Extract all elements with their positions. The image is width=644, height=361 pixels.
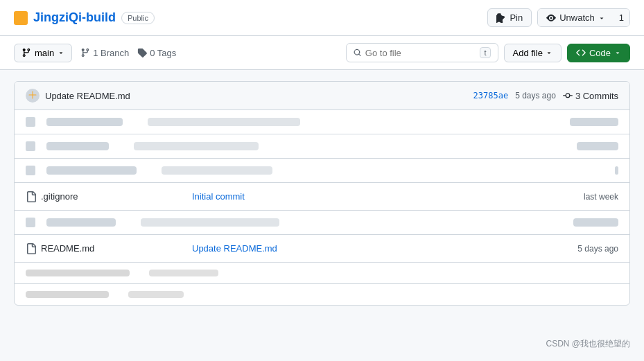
pin-button[interactable]: Pin [487,8,532,27]
file-commit-msg-gitignore[interactable]: Initial commit [192,191,245,202]
blur-msg-4 [141,218,279,227]
file-name-readme[interactable]: README.md [41,243,94,254]
file-name-gitignore[interactable]: .gitignore [41,191,78,202]
blur-filename-4 [46,218,116,227]
blurred-row-1 [15,110,629,134]
unwatch-label: Unwatch [559,12,595,23]
commit-message: Update README.md [45,91,130,101]
branch-name: main [35,48,54,58]
file-icon-blur-4 [26,218,35,227]
blur-msg-3 [162,166,272,175]
toolbar-right: t Add file Code [346,43,630,62]
page-wrapper: JingziQi-build Public Pin Unwatch 1 [0,0,644,361]
file-commit-msg-readme[interactable]: Update README.md [192,243,277,254]
commits-count: 3 Commits [575,91,618,101]
file-time-gitignore: last week [549,192,618,202]
toolbar-left: main 1 Branch 0 Tags [14,44,176,62]
blur-filename-2 [46,142,109,150]
blurred-row-2 [15,134,629,159]
file-icon-readme [26,243,37,254]
blur-block-6a [26,291,109,298]
blurred-row-4 [15,211,629,235]
file-time-readme: 5 days ago [549,244,618,254]
unwatch-group: Unwatch 1 [537,8,630,27]
blurred-row-5 [15,263,629,284]
add-file-label: Add file [513,48,543,58]
repo-header-left: JingziQi-build Public [14,10,155,25]
blur-time-4 [573,218,618,227]
repo-toolbar: main 1 Branch 0 Tags [0,36,644,70]
blurred-row-3 [15,159,629,183]
repo-name[interactable]: JingziQi-build [33,10,116,25]
folder-icon-3 [26,166,35,175]
file-name-col-gitignore: .gitignore [26,191,192,202]
commit-time: 5 days ago [515,91,556,100]
blur-block-5a [26,270,130,276]
file-row-readme: README.md Update README.md 5 days ago [15,235,629,263]
branch-selector[interactable]: main [14,44,72,62]
commit-bar-right: 23785ae 5 days ago 3 Commits [473,91,618,101]
blur-filename-1 [46,118,123,126]
file-msg-col-gitignore: Initial commit [192,191,549,202]
unwatch-button[interactable]: Unwatch [538,9,613,26]
commit-bar: Update README.md 23785ae 5 days ago 3 Co… [15,82,629,110]
repo-icon [14,11,28,25]
blur-filename-3 [46,166,137,175]
repo-content: Update README.md 23785ae 5 days ago 3 Co… [14,81,630,306]
blurred-row-6 [15,284,629,305]
tag-count-link[interactable]: 0 Tags [137,48,176,58]
search-input[interactable] [365,48,476,58]
branch-count-label: 1 Branch [93,48,129,58]
commits-link[interactable]: 3 Commits [563,91,618,101]
file-msg-col-readme: Update README.md [192,243,549,254]
file-icon-gitignore [26,191,37,202]
blur-block-6b [128,291,184,298]
blur-block-5b [149,270,218,276]
unwatch-count[interactable]: 1 [613,9,629,26]
repo-visibility-badge: Public [121,12,155,24]
blur-msg-2 [134,142,259,150]
code-button[interactable]: Code [567,44,630,62]
search-kbd: t [480,47,490,58]
committer-avatar [26,89,40,103]
repo-header: JingziQi-build Public Pin Unwatch 1 [0,0,644,36]
watermark: CSDN @我也很绝望的 [546,338,630,350]
code-label: Code [589,48,611,58]
search-box[interactable]: t [346,43,498,62]
file-name-col-readme: README.md [26,243,192,254]
pin-label: Pin [510,12,523,23]
blur-time-2 [577,142,618,150]
blur-time-1 [570,118,618,126]
folder-icon-1 [26,117,35,127]
blur-msg-1 [148,118,300,126]
commit-sha[interactable]: 23785ae [473,91,509,100]
blur-time-3 [615,166,618,175]
commit-bar-left: Update README.md [26,89,130,103]
branch-count-link[interactable]: 1 Branch [80,48,129,58]
repo-header-right: Pin Unwatch 1 [487,8,630,27]
tag-count-label: 0 Tags [150,48,176,58]
add-file-button[interactable]: Add file [504,44,562,62]
folder-icon-2 [26,141,35,151]
file-row-gitignore: .gitignore Initial commit last week [15,183,629,211]
